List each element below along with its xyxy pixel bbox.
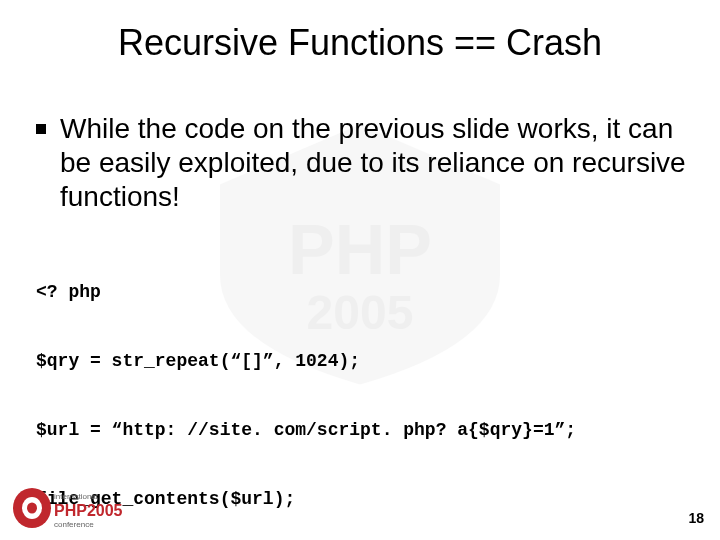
slide-body: While the code on the previous slide wor… xyxy=(36,112,686,540)
code-line: $qry = str_repeat(“[]”, 1024); xyxy=(36,350,686,373)
code-line: <? php xyxy=(36,281,686,304)
logo-text-line3: conference xyxy=(54,520,94,529)
slide: PHP 2005 Recursive Functions == Crash Wh… xyxy=(0,0,720,540)
bullet-item: While the code on the previous slide wor… xyxy=(36,112,686,214)
page-number: 18 xyxy=(688,510,704,526)
slide-title: Recursive Functions == Crash xyxy=(0,22,720,64)
bullet-text: While the code on the previous slide wor… xyxy=(60,112,686,214)
logo-text-line1: international xyxy=(54,492,98,501)
conference-logo: international PHP2005 conference xyxy=(12,486,142,530)
square-bullet-icon xyxy=(36,124,46,134)
logo-text-php: PHP2005 xyxy=(54,502,123,519)
svg-point-4 xyxy=(27,503,37,514)
code-line: $url = “http: //site. com/script. php? a… xyxy=(36,419,686,442)
